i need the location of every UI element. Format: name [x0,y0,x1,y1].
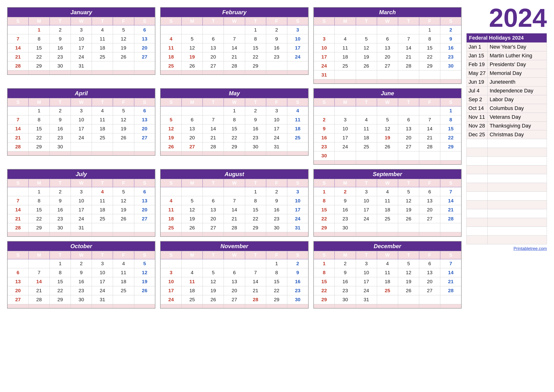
calendar-day[interactable]: 28 [224,223,245,232]
calendar-day[interactable]: 18 [160,214,181,223]
calendar-day[interactable]: 24 [335,142,356,151]
calendar-day[interactable]: 24 [356,286,377,295]
calendar-day[interactable]: 13 [377,43,398,52]
calendar-day[interactable]: 15 [28,124,49,133]
calendar-day[interactable]: 24 [71,52,92,61]
calendar-day[interactable]: 3 [356,259,377,268]
calendar-day[interactable]: 24 [71,133,92,142]
calendar-day[interactable]: 6 [377,34,398,43]
calendar-day[interactable]: 3 [160,268,181,277]
calendar-day[interactable]: 12 [113,115,134,124]
calendar-day[interactable]: 7 [440,259,461,268]
calendar-day[interactable]: 30 [245,142,266,151]
calendar-day[interactable]: 27 [134,214,155,223]
calendar-day[interactable]: 24 [92,286,113,295]
calendar-day[interactable]: 1 [440,106,461,115]
calendar-day[interactable]: 25 [160,61,181,70]
calendar-day[interactable]: 12 [182,43,203,52]
calendar-day[interactable]: 9 [335,196,356,205]
calendar-day[interactable]: 8 [314,196,335,205]
calendar-day[interactable]: 14 [7,205,28,214]
calendar-day[interactable]: 7 [224,196,245,205]
calendar-day[interactable]: 10 [356,196,377,205]
calendar-day[interactable]: 22 [266,286,287,295]
calendar-day[interactable]: 5 [113,187,134,196]
calendar-day[interactable]: 19 [356,52,377,61]
calendar-day[interactable]: 1 [224,106,245,115]
calendar-day[interactable]: 9 [49,196,71,205]
calendar-day[interactable]: 28 [419,142,440,151]
calendar-day[interactable]: 21 [224,214,245,223]
calendar-day[interactable]: 17 [314,52,335,61]
calendar-day[interactable]: 16 [287,277,308,286]
calendar-day[interactable]: 10 [92,268,113,277]
calendar-day[interactable]: 9 [335,268,356,277]
calendar-day[interactable]: 3 [287,25,308,34]
calendar-day[interactable]: 16 [266,205,287,214]
calendar-day[interactable]: 10 [287,34,308,43]
calendar-day[interactable]: 10 [287,196,308,205]
calendar-day[interactable]: 18 [377,277,398,286]
calendar-day[interactable]: 4 [92,187,113,196]
calendar-day[interactable]: 20 [134,205,155,214]
calendar-day[interactable]: 23 [287,286,308,295]
calendar-day[interactable]: 3 [356,187,377,196]
calendar-day[interactable]: 1 [419,25,440,34]
calendar-day[interactable]: 6 [134,25,155,34]
calendar-day[interactable]: 19 [398,277,419,286]
calendar-day[interactable]: 28 [28,295,49,304]
calendar-day[interactable]: 20 [377,52,398,61]
calendar-day[interactable]: 15 [28,43,49,52]
calendar-day[interactable]: 13 [398,124,419,133]
calendar-day[interactable]: 12 [113,196,134,205]
calendar-day[interactable]: 30 [71,295,92,304]
calendar-day[interactable]: 17 [356,277,377,286]
calendar-day[interactable]: 9 [71,268,92,277]
calendar-day[interactable]: 21 [398,52,419,61]
calendar-day[interactable]: 13 [419,196,440,205]
calendar-day[interactable]: 12 [160,124,181,133]
calendar-day[interactable]: 6 [398,115,419,124]
calendar-day[interactable]: 29 [266,295,287,304]
calendar-day[interactable]: 2 [266,187,287,196]
calendar-day[interactable]: 29 [314,223,335,232]
calendar-day[interactable]: 5 [160,115,181,124]
calendar-day[interactable]: 6 [419,187,440,196]
calendar-day[interactable]: 9 [440,34,461,43]
calendar-day[interactable]: 27 [224,295,245,304]
calendar-day[interactable]: 14 [398,43,419,52]
calendar-day[interactable]: 7 [419,115,440,124]
calendar-day[interactable]: 23 [49,133,71,142]
calendar-day[interactable]: 3 [287,187,308,196]
calendar-day[interactable]: 25 [92,133,113,142]
calendar-day[interactable]: 23 [335,214,356,223]
calendar-day[interactable]: 16 [49,43,71,52]
calendar-day[interactable]: 8 [245,34,266,43]
calendar-day[interactable]: 27 [398,142,419,151]
calendar-day[interactable]: 24 [71,214,92,223]
calendar-day[interactable]: 9 [266,34,287,43]
calendar-day[interactable]: 1 [49,259,71,268]
calendar-day[interactable]: 29 [28,223,49,232]
calendar-day[interactable]: 22 [28,214,49,223]
calendar-day[interactable]: 31 [314,70,335,79]
calendar-day[interactable]: 30 [49,223,71,232]
calendar-day[interactable]: 10 [71,196,92,205]
calendar-day[interactable]: 24 [356,214,377,223]
calendar-day[interactable]: 18 [113,277,134,286]
calendar-day[interactable]: 28 [203,142,224,151]
calendar-day[interactable]: 6 [7,268,28,277]
calendar-day[interactable]: 17 [71,43,92,52]
calendar-day[interactable]: 9 [287,268,308,277]
calendar-day[interactable]: 7 [203,115,224,124]
calendar-day[interactable]: 27 [7,295,28,304]
calendar-day[interactable]: 18 [160,52,181,61]
calendar-day[interactable]: 14 [224,205,245,214]
calendar-day[interactable]: 22 [49,286,71,295]
calendar-day[interactable]: 11 [377,196,398,205]
calendar-day[interactable]: 11 [287,115,308,124]
calendar-day[interactable]: 26 [182,61,203,70]
calendar-day[interactable]: 11 [160,43,181,52]
calendar-day[interactable]: 31 [71,223,92,232]
calendar-day[interactable]: 25 [182,295,203,304]
